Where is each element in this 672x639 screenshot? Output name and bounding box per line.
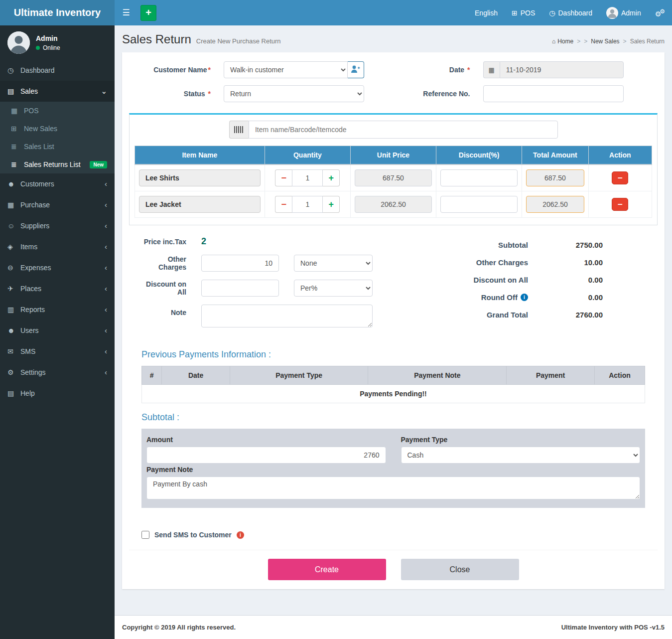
breadcrumb-separator: > bbox=[584, 38, 587, 45]
qty-increase-button[interactable]: + bbox=[323, 196, 340, 213]
payment-type-select[interactable]: Cash bbox=[401, 447, 641, 464]
app-logo[interactable]: Ultimate Inventory bbox=[0, 0, 115, 25]
total-amount-input[interactable] bbox=[526, 169, 584, 186]
users-icon: ☻ bbox=[7, 180, 20, 188]
language-menu[interactable]: English bbox=[468, 0, 505, 25]
amount-input[interactable] bbox=[146, 447, 386, 464]
sidebar-item-sales-returns-list[interactable]: ≣Sales Returns ListNew bbox=[0, 156, 115, 173]
amount-label: Amount bbox=[146, 436, 386, 444]
discount-on-all-input[interactable] bbox=[201, 280, 279, 297]
subtotal-row: Subtotal 2750.00 bbox=[466, 236, 603, 254]
info-icon[interactable]: i bbox=[521, 294, 528, 301]
qty-input[interactable] bbox=[292, 196, 323, 213]
user-menu[interactable]: Admin bbox=[599, 0, 648, 25]
pos-icon: ⊞ bbox=[512, 9, 518, 17]
other-charges-input[interactable] bbox=[201, 255, 279, 272]
breadcrumb-new-sales[interactable]: New Sales bbox=[591, 38, 619, 45]
online-status-dot bbox=[36, 46, 40, 50]
qty-decrease-button[interactable]: − bbox=[275, 169, 292, 186]
dashboard-link[interactable]: ◷Dashboard bbox=[542, 0, 599, 25]
sidebar-item-settings[interactable]: ⚙Settings‹ bbox=[0, 362, 115, 383]
payment-type-label: Payment Type bbox=[401, 436, 641, 444]
qty-increase-button[interactable]: + bbox=[323, 169, 340, 186]
sidebar-user-status[interactable]: Online bbox=[36, 44, 60, 51]
sidebar-item-sales-list[interactable]: ≣Sales List bbox=[0, 138, 115, 156]
new-sales-icon: ⊞ bbox=[11, 125, 24, 133]
sidebar-item-sales[interactable]: ▤Sales⌄ bbox=[0, 81, 115, 102]
chevron-left-icon: ‹ bbox=[105, 307, 107, 312]
unit-price-input[interactable] bbox=[355, 196, 432, 213]
chevron-left-icon: ‹ bbox=[105, 349, 107, 354]
navbar-right: English ⊞POS ◷Dashboard Admin ⚙⚙ bbox=[468, 0, 672, 25]
sidebar-item-places[interactable]: ✈Places‹ bbox=[0, 278, 115, 299]
page-subtitle: Create New Purchase Return bbox=[196, 37, 281, 45]
user-icon: ☻ bbox=[7, 326, 20, 334]
note-label: Note bbox=[141, 305, 201, 317]
sidebar-item-users[interactable]: ☻Users‹ bbox=[0, 320, 115, 341]
status-select[interactable]: Return bbox=[224, 85, 364, 102]
price-inc-tax-label: Price inc.Tax bbox=[141, 238, 201, 246]
remove-item-button[interactable]: − bbox=[612, 198, 628, 211]
add-customer-button[interactable] bbox=[348, 61, 364, 78]
sidebar-item-suppliers[interactable]: ☺Suppliers‹ bbox=[0, 215, 115, 236]
footer: Copyright © 2019 All rights reserved. Ul… bbox=[115, 615, 672, 639]
sidebar-item-items[interactable]: ◈Items‹ bbox=[0, 236, 115, 257]
sidebar-toggle-button[interactable]: ☰ bbox=[115, 0, 137, 25]
sidebar-item-help[interactable]: ▤Help bbox=[0, 383, 115, 404]
sidebar-item-customers[interactable]: ☻Customers‹ bbox=[0, 173, 115, 194]
other-charges-type-select[interactable]: None bbox=[294, 255, 373, 272]
quick-add-button[interactable]: + bbox=[140, 5, 156, 21]
other-charges-value: 10.00 bbox=[528, 258, 603, 267]
discount-type-select[interactable]: Per% bbox=[294, 280, 373, 297]
qty-input[interactable] bbox=[292, 169, 323, 186]
close-button[interactable]: Close bbox=[401, 559, 519, 580]
note-textarea[interactable] bbox=[201, 305, 373, 327]
item-name-input[interactable] bbox=[139, 169, 261, 186]
qty-decrease-button[interactable]: − bbox=[275, 196, 292, 213]
places-icon: ✈ bbox=[7, 285, 20, 293]
amount-block: Amount bbox=[146, 434, 386, 464]
subtotal-value: 2750.00 bbox=[528, 241, 603, 249]
sidebar-item-sms[interactable]: ✉SMS‹ bbox=[0, 341, 115, 362]
purchase-icon: ▦ bbox=[7, 201, 20, 209]
remove-item-button[interactable]: − bbox=[612, 171, 628, 184]
page-title: Sales Return bbox=[122, 32, 191, 46]
reference-no-input[interactable] bbox=[483, 85, 624, 102]
unit-price-input[interactable] bbox=[355, 169, 432, 186]
date-input[interactable] bbox=[500, 61, 624, 78]
chevron-left-icon: ‹ bbox=[105, 370, 107, 375]
table-row: Payments Pending!! bbox=[142, 385, 645, 403]
dashboard-icon: ◷ bbox=[7, 66, 20, 74]
pos-link[interactable]: ⊞POS bbox=[505, 0, 542, 25]
create-button[interactable]: Create bbox=[268, 559, 386, 580]
customer-select[interactable]: Walk-in customer bbox=[224, 61, 348, 78]
discount-input[interactable] bbox=[440, 196, 518, 213]
send-sms-checkbox[interactable] bbox=[141, 531, 149, 539]
payment-subtotal-title: Subtotal : bbox=[141, 412, 645, 423]
payment-note-block: Payment Note bbox=[146, 466, 640, 501]
sidebar-item-dashboard[interactable]: ◷Dashboard bbox=[0, 60, 115, 81]
settings-menu[interactable]: ⚙⚙ bbox=[648, 0, 672, 25]
sidebar-item-pos[interactable]: ▦POS bbox=[0, 102, 115, 120]
item-search-input[interactable] bbox=[249, 121, 558, 139]
pos-icon: ▦ bbox=[11, 107, 24, 115]
sidebar-item-new-sales[interactable]: ⊞New Sales bbox=[0, 120, 115, 138]
barcode-icon bbox=[234, 126, 244, 133]
payment-note-textarea[interactable] bbox=[146, 477, 640, 499]
chevron-left-icon: ‹ bbox=[105, 328, 107, 333]
sidebar-item-expenses[interactable]: ⊖Expenses‹ bbox=[0, 257, 115, 278]
items-icon: ◈ bbox=[7, 243, 20, 251]
info-icon[interactable]: i bbox=[237, 531, 244, 539]
customer-row: Customer Name* Walk-in customer bbox=[149, 61, 379, 78]
total-amount-input[interactable] bbox=[526, 196, 584, 213]
status-row: Status * Return bbox=[149, 85, 379, 102]
sidebar-item-purchase[interactable]: ▦Purchase‹ bbox=[0, 194, 115, 215]
charges-section: Price inc.Tax 2 Other Charges None Disco… bbox=[129, 236, 658, 340]
sms-row: Send SMS to Customer i bbox=[141, 531, 645, 539]
form-actions: Create Close bbox=[129, 550, 658, 589]
discount-input[interactable] bbox=[440, 169, 518, 186]
sidebar-item-reports[interactable]: ▥Reports‹ bbox=[0, 299, 115, 320]
chevron-left-icon: ‹ bbox=[105, 265, 107, 270]
breadcrumb-home[interactable]: ⌂Home bbox=[552, 38, 573, 45]
item-name-input[interactable] bbox=[139, 196, 261, 213]
